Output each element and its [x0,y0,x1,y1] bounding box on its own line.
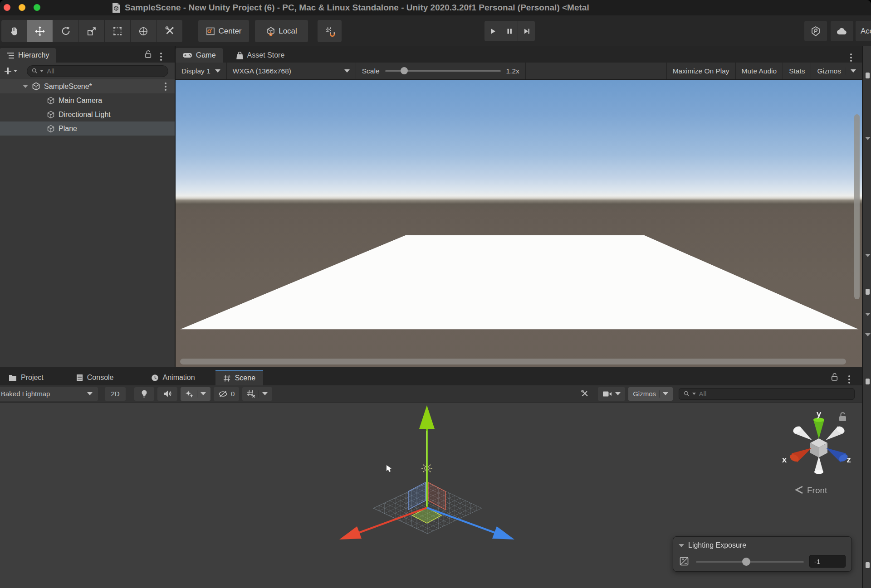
maximize-on-play-button[interactable]: Maximize On Play [666,63,735,79]
clipped-side-panel [862,46,871,588]
y-axis-arrowhead[interactable] [419,405,435,429]
tab-game-label: Game [196,51,216,59]
orientation-lock-icon[interactable] [839,413,846,421]
minimize-window-button[interactable] [19,4,25,11]
move-gizmo-xz-plane-handle[interactable] [412,508,441,523]
game-panel: Game Asset Store Display 1 [176,46,862,367]
orientation-x-cone[interactable] [788,448,812,463]
lock-open-icon [831,373,838,381]
scene-search[interactable] [679,388,855,400]
stats-button[interactable]: Stats [783,63,811,79]
tab-hierarchy[interactable]: Hierarchy [0,48,56,63]
game-vertical-scrollbar[interactable] [854,114,860,299]
hierarchy-item-directional-light[interactable]: Directional Light [0,107,175,121]
grid-visibility-dropdown[interactable] [242,387,272,401]
mute-audio-button[interactable]: Mute Audio [735,63,783,79]
account-button[interactable]: Acc [856,21,871,41]
grid-snapping-button[interactable] [318,20,342,42]
scene-tools-button[interactable] [575,387,595,401]
cursor-artifact [387,465,391,472]
move-gizmo-xy-plane-handle[interactable] [428,482,445,510]
clipped-control [866,562,870,568]
scale-slider-track[interactable] [385,70,501,72]
foldout-open-icon[interactable] [23,85,28,88]
game-horizontal-scrollbar[interactable] [180,359,846,364]
scene-audio-button[interactable] [157,387,177,401]
draw-mode-dropdown[interactable]: Baked Lightmap [0,387,98,401]
tools-icon [580,389,589,398]
scale-slider-thumb[interactable] [401,67,408,74]
cloud-services-button[interactable] [831,21,853,41]
scene-visibility-button[interactable]: 0 [214,387,239,401]
tab-project[interactable]: Project [1,370,51,385]
tab-animation-label: Animation [163,374,195,382]
orientation-cube[interactable] [810,438,827,457]
scene-search-input[interactable] [698,389,850,398]
hierarchy-item-main-camera[interactable]: Main Camera [0,93,175,107]
scene-camera-dropdown[interactable] [598,387,625,401]
chevron-down-icon [87,392,93,395]
move-gizmo-zy-plane-handle[interactable] [408,482,426,510]
exposure-slider-thumb[interactable] [742,558,750,566]
hierarchy-search-input[interactable] [46,67,163,75]
scene-lighting-button[interactable] [134,387,154,401]
exposure-icon [680,557,689,566]
scene-menu-kebab-icon[interactable] [163,81,168,92]
hand-tool-button[interactable] [1,20,27,42]
tab-scene[interactable]: Scene [215,370,263,385]
fullscreen-window-button[interactable] [34,4,40,11]
pivot-mode-button[interactable]: Center [198,20,249,42]
scene-viewport[interactable]: y x z Front Lighting E [0,403,862,588]
game-gizmos-dropdown[interactable]: Gizmos [811,63,862,79]
scale-tool-button[interactable] [79,20,105,42]
hierarchy-search[interactable] [27,65,168,77]
create-object-button[interactable] [3,68,19,74]
rect-tool-button[interactable] [105,20,131,42]
move-icon [34,26,45,37]
game-viewport[interactable] [176,80,862,367]
move-tool-button[interactable] [27,20,53,42]
scene-effects-dropdown[interactable] [181,387,210,401]
scene-gizmos-dropdown[interactable]: Gizmos [628,387,673,401]
game-menu-button[interactable] [846,51,856,64]
lighting-exposure-header[interactable]: Lighting Exposure [673,537,851,549]
foldout-open-icon[interactable] [679,544,684,547]
orientation-z-cone[interactable] [826,448,849,463]
transform-tool-button[interactable] [131,20,157,42]
exposure-slider-track[interactable] [696,561,804,563]
move-gizmo[interactable] [339,405,514,539]
tab-game[interactable]: Game [176,48,223,63]
hierarchy-item-plane[interactable]: Plane [0,121,175,136]
display-dropdown[interactable]: Display 1 [176,63,227,79]
effects-sparkle-icon [185,390,194,398]
tab-asset-store[interactable]: Asset Store [229,48,292,63]
tab-animation[interactable]: Animation [143,370,203,385]
custom-tool-button[interactable] [157,20,182,42]
tab-console[interactable]: Console [69,370,122,385]
z-axis-handle[interactable] [427,508,495,533]
rotate-tool-button[interactable] [53,20,79,42]
z-axis-arrowhead[interactable] [492,526,514,539]
x-axis-arrowhead[interactable] [339,526,362,539]
hierarchy-menu-button[interactable] [156,50,166,63]
scene-lock-button[interactable] [831,373,838,381]
step-button[interactable] [518,21,535,41]
scene-root-row[interactable]: SampleScene* [0,79,175,93]
rotate-icon [60,26,71,37]
hierarchy-lock-button[interactable] [144,50,152,58]
view-angle-control[interactable]: Front [796,486,827,495]
x-axis-handle[interactable] [359,508,427,533]
resolution-dropdown[interactable]: WXGA (1366x768) [227,63,356,79]
close-window-button[interactable] [4,4,10,11]
orientation-y-cone[interactable] [813,418,824,439]
version-control-button[interactable] [804,21,827,41]
exposure-value-input[interactable] [809,555,846,568]
clipped-control [866,73,870,78]
orientation-mode-button[interactable]: Local [255,20,308,42]
scene-menu-button[interactable] [844,373,855,386]
pause-button[interactable] [501,21,518,41]
play-button[interactable] [484,21,501,41]
draw-mode-label: Baked Lightmap [1,390,50,398]
main-toolbar: Center Local [0,15,871,46]
2d-toggle-button[interactable]: 2D [105,387,126,401]
